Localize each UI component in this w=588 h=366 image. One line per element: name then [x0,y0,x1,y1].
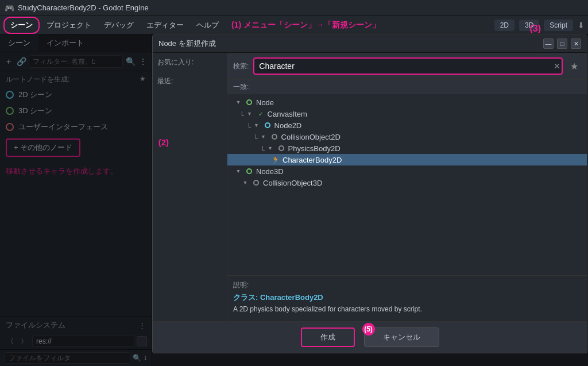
tree-item-node3d[interactable]: ▼ Node3D [227,165,587,177]
search-star-button[interactable]: ★ [567,59,581,73]
search-clear-button[interactable]: ✕ [554,61,560,71]
desc-label: 説明: [233,280,581,290]
node3d-icon [245,167,254,176]
l-connector: L [262,145,265,152]
menu-bar-right: 2D 3D Script ⬇ [494,20,585,31]
desc-text: A 2D physics body specialized for charac… [233,305,581,313]
menu-btn-2d[interactable]: 2D [494,20,514,31]
menu-bar: シーン プロジェクト デバッグ エディター ヘルプ (1) メニュー「シーン」→… [0,16,588,34]
search-input[interactable] [253,57,563,75]
modal-footer: 作成 (5) キャンセル [153,321,587,353]
favorites-label: お気に入り: [157,57,222,67]
modal-maximize-button[interactable]: □ [557,38,567,49]
menu-item-scene[interactable]: シーン [3,17,40,34]
description-area: 説明: クラス: CharacterBody2D A 2D physics bo… [227,275,587,321]
l-connector: L [248,122,252,129]
node-tree: ▼ Node L ▼ ✓ CanvasItem [227,94,587,275]
modal-body: お気に入り: 最近: 検索: ✕ ★ (3) 一致: ▼ [153,53,587,321]
arrow-icon: ▼ [266,145,274,151]
desc-class: クラス: CharacterBody2D [233,292,581,303]
collision3d-icon [252,178,261,187]
cancel-button[interactable]: キャンセル [364,328,439,347]
arrow-icon: ▼ [234,99,242,105]
search-input-wrap: ✕ [253,57,563,75]
modal-title-bar: Node を新規作成 — □ ✕ [153,35,587,53]
search-label: 検索: [233,61,249,71]
arrow-icon: ▼ [260,134,268,140]
tree-item-canvasitem[interactable]: L ▼ ✓ CanvasItem [227,108,587,120]
search-row: 検索: ✕ ★ (3) [227,53,587,80]
menu-btn-3d[interactable]: 3D [519,20,539,31]
arrow-icon: ▼ [234,168,242,174]
menu-btn-script[interactable]: Script [544,20,573,31]
create-btn-wrapper: 作成 (5) [301,328,355,347]
modal-right: 検索: ✕ ★ (3) 一致: ▼ Node [227,53,587,321]
node-icon [245,98,254,107]
recent-label: 最近: [157,76,222,86]
tree-item-node2d[interactable]: L ▼ Node2D [227,120,587,131]
title-bar: 🎮 StudyCharacterBody2D - Godot Engine [0,0,588,16]
modal-close-button[interactable]: ✕ [571,38,581,49]
arrow-icon: ▼ [241,180,249,186]
menu-item-editor[interactable]: エディター [141,18,189,33]
menu-btn-download[interactable]: ⬇ [578,21,585,30]
tree-item-node[interactable]: ▼ Node [227,97,587,108]
title-bar-icon: 🎮 [5,3,14,13]
match-label: 一致: [227,80,587,94]
arrow-icon: ▼ [253,122,261,128]
menu-item-debug[interactable]: デバッグ [98,18,140,33]
node-create-modal: Node を新規作成 — □ ✕ お気に入り: 最近: 検索: ✕ ★ (3) [152,34,587,353]
modal-title: Node を新規作成 [158,38,216,49]
char-body-icon: 🏃 [271,155,280,164]
l-connector: L [241,111,245,117]
checkmark-icon: ✓ [256,109,265,118]
node2d-icon [263,121,272,130]
collision2d-icon [270,132,279,141]
menu-item-project[interactable]: プロジェクト [41,18,97,33]
physics2d-icon [277,144,286,153]
arrow-icon: ▼ [246,111,254,117]
tree-item-wrapper: 🏃 CharacterBody2D (4) [227,154,587,165]
title-bar-text: StudyCharacterBody2D - Godot Engine [18,3,149,12]
menu-item-help[interactable]: ヘルプ [191,18,225,33]
tree-item-collision3d[interactable]: ▼ CollisionObject3D [227,177,587,188]
tree-item-collision2d[interactable]: L ▼ CollisionObject2D [227,131,587,142]
modal-favorites-panel: お気に入り: 最近: [153,53,227,321]
l-connector: L [255,134,258,140]
create-button[interactable]: 作成 [301,328,355,347]
tree-item-physics2d[interactable]: L ▼ PhysicsBody2D [227,142,587,154]
annotation-1: (1) メニュー「シーン」→「新規シーン」 [231,20,380,30]
modal-controls: — □ ✕ [543,38,581,49]
modal-minimize-button[interactable]: — [543,38,554,49]
tree-item-charbody2d[interactable]: 🏃 CharacterBody2D [227,154,587,165]
